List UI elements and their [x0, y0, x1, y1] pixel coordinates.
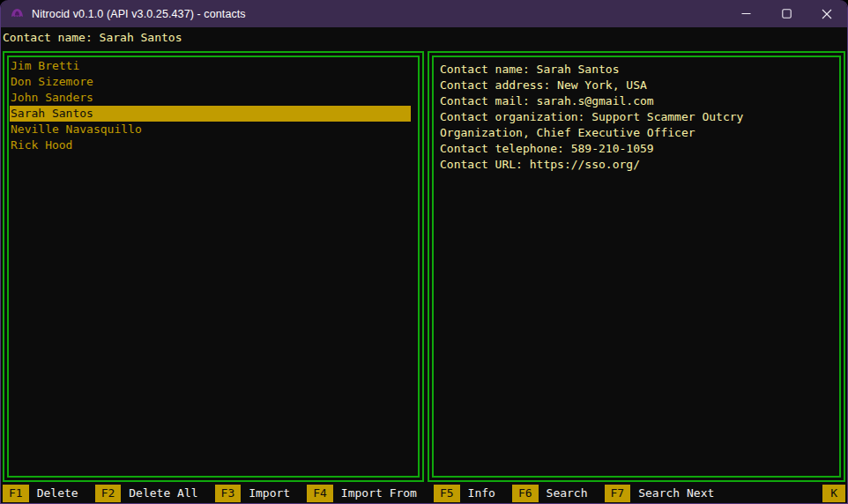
- close-button[interactable]: [807, 0, 847, 27]
- minimize-button[interactable]: [725, 0, 766, 27]
- contact-list-item[interactable]: Don Sizemore: [10, 74, 411, 90]
- contact-details-panel: Contact name: Sarah Santos Contact addre…: [428, 51, 845, 482]
- detail-line-organization-wrap: Organization, Chief Executive Officer: [440, 125, 833, 141]
- contact-list-item[interactable]: Jim Bretti: [10, 58, 411, 74]
- detail-line-organization: Contact organization: Support Scammer Ou…: [440, 109, 833, 125]
- contact-list-item[interactable]: Rick Hood: [10, 137, 411, 153]
- detail-line-mail: Contact mail: sarah.s@gmail.com: [440, 93, 833, 109]
- terminal-screen: Contact name: Sarah Santos Jim Bretti Do…: [1, 30, 847, 504]
- app-icon: [11, 7, 25, 20]
- panels-row: Jim Bretti Don Sizemore John Sanders Sar…: [3, 51, 845, 482]
- fkey-delete-all[interactable]: F2 Delete All: [95, 485, 198, 502]
- contact-list-item[interactable]: John Sanders: [10, 90, 411, 106]
- fkey-label: Import From: [341, 485, 417, 502]
- close-icon: [822, 9, 832, 19]
- titlebar[interactable]: Nitrocid v0.1.0 (API v3.0.25.437) - cont…: [1, 0, 847, 27]
- fkey-label: Import: [249, 485, 290, 502]
- fkey-badge: F1: [3, 485, 29, 502]
- fkey-label: Search Next: [638, 485, 714, 502]
- contacts-list-panel: Jim Bretti Don Sizemore John Sanders Sar…: [3, 51, 424, 482]
- fkey-label: Delete All: [129, 485, 197, 502]
- maximize-icon: [782, 9, 792, 19]
- detail-line-name: Contact name: Sarah Santos: [440, 62, 833, 78]
- fkey-label: Search: [547, 485, 588, 502]
- fkey-label: Info: [468, 485, 495, 502]
- detail-line-url: Contact URL: https://sso.org/: [440, 157, 833, 173]
- selected-contact-header: Contact name: Sarah Santos: [3, 30, 845, 46]
- fkey-label: Delete: [37, 485, 78, 502]
- detail-line-address: Contact address: New York, USA: [440, 78, 833, 93]
- fkey-badge: F5: [434, 485, 460, 502]
- app-window: Nitrocid v0.1.0 (API v3.0.25.437) - cont…: [0, 0, 848, 504]
- fkey-info[interactable]: F5 Info: [434, 485, 495, 502]
- fkey-badge: F6: [512, 485, 539, 502]
- window-title: Nitrocid v0.1.0 (API v3.0.25.437) - cont…: [32, 8, 246, 20]
- contact-list-item-selected[interactable]: Sarah Santos: [10, 106, 411, 122]
- window-controls: [725, 0, 847, 27]
- statusbar: F1 Delete F2 Delete All F3 Import F4 Imp…: [3, 485, 845, 502]
- key-k-badge[interactable]: K: [822, 485, 845, 502]
- fkey-badge: F3: [215, 485, 242, 502]
- detail-line-telephone: Contact telephone: 589-210-1059: [440, 141, 833, 157]
- fkey-badge: F4: [307, 485, 333, 502]
- minimize-icon: [741, 9, 751, 19]
- fkey-badge: F7: [605, 485, 631, 502]
- fkey-search[interactable]: F6 Search: [512, 485, 588, 502]
- fkey-import-from[interactable]: F4 Import From: [307, 485, 417, 502]
- maximize-button[interactable]: [766, 0, 807, 27]
- fkey-import[interactable]: F3 Import: [215, 485, 291, 502]
- fkey-search-next[interactable]: F7 Search Next: [605, 485, 715, 502]
- fkey-badge: F2: [95, 485, 122, 502]
- contact-list-item[interactable]: Neville Navasquillo: [10, 122, 411, 137]
- fkey-delete[interactable]: F1 Delete: [3, 485, 78, 502]
